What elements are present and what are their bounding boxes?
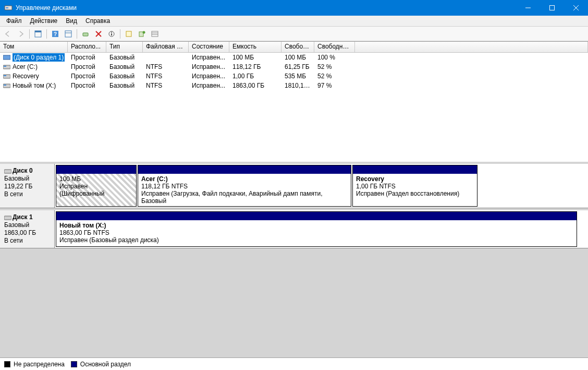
volume-name: Recovery	[13, 73, 39, 80]
svg-rect-30	[4, 85, 6, 86]
disk-info[interactable]: Диск 1Базовый1863,00 ГБВ сети	[0, 210, 55, 248]
legend-unallocated: Не распределена	[4, 361, 65, 368]
table-row[interactable]: (Диск 0 раздел 1)ПростойБазовыйИсправен.…	[0, 53, 588, 62]
partition[interactable]: Acer (C:)118,12 ГБ NTFSИсправен (Загрузк…	[138, 165, 351, 207]
disk-status: В сети	[4, 190, 50, 198]
column-type[interactable]: Тип	[106, 42, 143, 52]
column-filesystem[interactable]: Файловая с...	[143, 42, 189, 52]
column-status[interactable]: Состояние	[189, 42, 229, 52]
minimize-button[interactable]	[516, 0, 540, 16]
menu-file[interactable]: Файл	[2, 16, 26, 26]
volume-capacity: 1863,00 ГБ	[229, 82, 281, 89]
app-icon	[4, 4, 13, 12]
column-spacer	[355, 42, 588, 52]
volume-layout: Простой	[68, 54, 106, 61]
svg-point-16	[111, 32, 112, 33]
volume-name: (Диск 0 раздел 1)	[13, 53, 65, 62]
legend-unallocated-label: Не распределена	[14, 361, 65, 368]
legend-swatch-unallocated	[4, 361, 10, 367]
back-button[interactable]	[2, 28, 14, 40]
volume-icon	[3, 64, 10, 70]
toolbar-separator	[46, 29, 47, 39]
disk-info[interactable]: Диск 0Базовый119,22 ГБВ сети	[0, 164, 55, 208]
partition[interactable]: Recovery1,00 ГБ NTFSИсправен (Раздел вос…	[352, 165, 477, 207]
disk-name: Диск 0	[13, 167, 33, 174]
volume-free: 100 МБ	[281, 54, 314, 61]
partition-header	[56, 212, 577, 220]
volume-status: Исправен...	[189, 63, 229, 70]
partition-header	[138, 165, 351, 174]
disk-type: Базовый	[4, 221, 50, 229]
volume-type: Базовый	[106, 73, 143, 80]
volume-free-percent: 97 %	[314, 82, 355, 89]
maximize-button[interactable]	[540, 0, 564, 16]
partition-status: Исправен (Загрузка, Файл подкачки, Авари…	[141, 190, 348, 205]
menu-view[interactable]: Вид	[62, 16, 81, 26]
properties-button[interactable]	[106, 28, 117, 40]
volume-free-percent: 100 %	[314, 54, 355, 61]
partition-size: 118,12 ГБ NTFS	[141, 183, 348, 190]
disk-size: 1863,00 ГБ	[4, 229, 50, 237]
volume-list: Том Располо... Тип Файловая с... Состоян…	[0, 42, 588, 164]
table-row[interactable]: RecoveryПростойБазовыйNTFSИсправен...1,0…	[0, 71, 588, 81]
volume-fs: NTFS	[143, 63, 189, 70]
partition-header	[353, 165, 477, 174]
svg-text:?: ?	[54, 31, 57, 37]
action-button[interactable]	[63, 28, 74, 40]
menu-action[interactable]: Действие	[26, 16, 62, 26]
partition-status: Исправен (Раздел восстановления)	[356, 190, 474, 197]
disk-icon	[4, 214, 11, 221]
list-button[interactable]	[149, 28, 161, 40]
partition[interactable]: Новый том (X:)1863,00 ГБ NTFSИсправен (Б…	[56, 211, 577, 247]
column-free[interactable]: Свобод...	[281, 42, 314, 52]
column-free-percent[interactable]: Свободно %	[314, 42, 355, 52]
main-area: Том Располо... Тип Файловая с... Состоян…	[0, 41, 588, 357]
volume-name: Acer (C:)	[13, 63, 38, 70]
disk-partitions: 100 МБИсправен (ШифрованныйAcer (C:)118,…	[55, 164, 482, 208]
refresh-button[interactable]	[80, 28, 91, 40]
svg-rect-3	[550, 6, 555, 10]
volume-type: Базовый	[106, 63, 143, 70]
partition-status: Исправен (Шифрованный	[59, 183, 133, 197]
svg-point-20	[143, 31, 145, 33]
close-button[interactable]	[564, 0, 588, 16]
column-volume[interactable]: Том	[0, 42, 68, 52]
delete-button[interactable]	[93, 28, 104, 40]
volume-type: Базовый	[106, 54, 143, 61]
settings-button[interactable]	[136, 28, 148, 40]
volume-free: 1810,12 ...	[281, 82, 314, 89]
toolbar: ?	[0, 27, 588, 41]
show-hide-tree-button[interactable]	[32, 28, 44, 40]
column-capacity[interactable]: Емкость	[229, 42, 281, 52]
help-button[interactable]: ?	[50, 28, 61, 40]
disk-row: Диск 1Базовый1863,00 ГБВ сетиНовый том (…	[0, 210, 588, 248]
volume-status: Исправен...	[189, 54, 229, 61]
volume-layout: Простой	[68, 63, 106, 70]
legend-swatch-primary	[71, 361, 77, 367]
svg-rect-31	[4, 170, 11, 173]
column-layout[interactable]: Располо...	[68, 42, 106, 52]
svg-rect-12	[83, 33, 88, 36]
partition[interactable]: 100 МБИсправен (Шифрованный	[56, 165, 137, 207]
volume-status: Исправен...	[189, 73, 229, 80]
new-button[interactable]	[123, 28, 134, 40]
svg-rect-18	[126, 31, 131, 37]
volume-icon	[3, 82, 10, 89]
disk-row: Диск 0Базовый119,22 ГБВ сети100 МБИсправ…	[0, 164, 588, 208]
volume-capacity: 118,12 ГБ	[229, 63, 281, 70]
table-row[interactable]: Новый том (X:)ПростойБазовыйNTFSИсправен…	[0, 81, 588, 90]
disk-size: 119,22 ГБ	[4, 183, 50, 190]
svg-rect-32	[4, 216, 11, 220]
svg-rect-1	[6, 7, 8, 8]
table-row[interactable]: Acer (C:)ПростойБазовыйNTFSИсправен...11…	[0, 62, 588, 71]
forward-button[interactable]	[15, 28, 27, 40]
titlebar: Управление дисками	[0, 0, 588, 16]
disk-type: Базовый	[4, 175, 50, 183]
volume-name: Новый том (X:)	[13, 82, 56, 89]
partition-size: 100 МБ	[59, 175, 133, 183]
menu-help[interactable]: Справка	[81, 16, 114, 26]
volume-free-percent: 52 %	[314, 63, 355, 70]
legend-primary: Основной раздел	[71, 361, 131, 368]
toolbar-separator	[77, 29, 77, 39]
partition-title: Recovery	[356, 175, 384, 183]
